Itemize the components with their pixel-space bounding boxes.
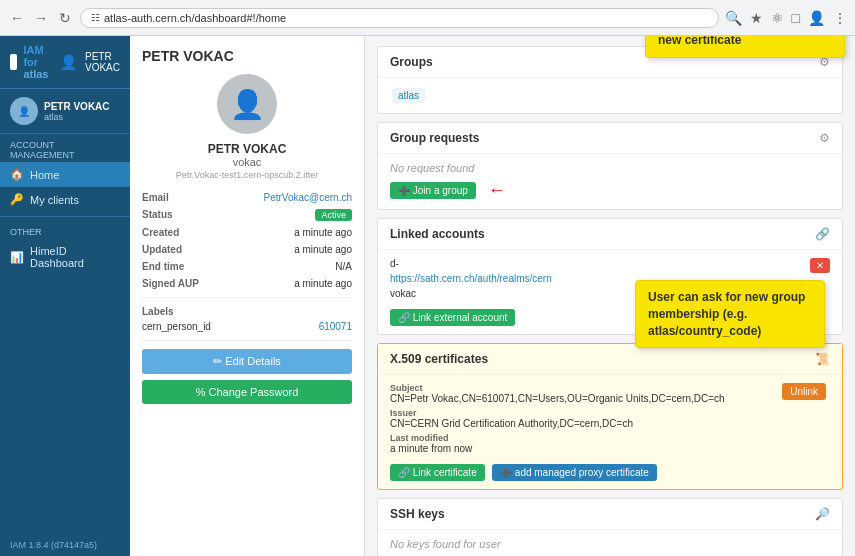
unlink-cert-button[interactable]: Unlink <box>782 383 826 400</box>
linked-accounts-header: Linked accounts 🔗 <box>378 219 842 250</box>
cert-details: Subject CN=Petr Vokac,CN=610071,CN=Users… <box>390 383 782 458</box>
cert-modified: a minute from now <box>390 443 782 454</box>
browser-toolbar: 🔍 ★ ⚛ □ 👤 ⋮ <box>725 10 847 26</box>
ssh-keys-card: SSH keys 🔎 No keys found for user ➕ add … <box>377 498 843 556</box>
field-created: Created a minute ago <box>142 227 352 238</box>
account-id: d- <box>390 258 552 269</box>
content-main: PETR VOKAC 👤 PETR VOKAC vokac Petr.Vokac… <box>130 36 855 556</box>
sidebar-section-account: Account management <box>0 134 130 162</box>
back-button[interactable]: ← <box>8 9 26 27</box>
ssh-keys-body: No keys found for user ➕ add ssh key <box>378 530 842 556</box>
cert-icon[interactable]: 📜 <box>815 352 830 366</box>
unlink-account-button[interactable]: ✕ <box>810 258 830 273</box>
status-badge: Active <box>315 209 352 221</box>
profile-icon[interactable]: 👤 <box>808 10 825 26</box>
reload-button[interactable]: ↻ <box>56 9 74 27</box>
profile-heading: PETR VOKAC <box>142 48 352 64</box>
search-icon[interactable]: 🔍 <box>725 10 742 26</box>
extensions-icon[interactable]: ⚛ <box>771 10 784 26</box>
profile-divider <box>142 297 352 298</box>
profile-username: vokac <box>142 156 352 168</box>
add-managed-cert-button[interactable]: ➕ add managed proxy certificate <box>492 464 657 481</box>
bookmark-icon[interactable]: ★ <box>750 10 763 26</box>
ssh-keys-header: SSH keys 🔎 <box>378 499 842 530</box>
join-group-button[interactable]: ➕ Join a group <box>390 182 476 199</box>
no-keys-text: No keys found for user <box>390 538 830 550</box>
sidebar-version: IAM 1.8.4 (d74147a5) <box>0 534 130 556</box>
menu-icon[interactable]: ⋮ <box>833 10 847 26</box>
sidebar-title: IAM for atlas <box>23 44 54 80</box>
groups-title: Groups <box>390 55 433 69</box>
change-password-button[interactable]: % Change Password <box>142 380 352 404</box>
linked-accounts-icon[interactable]: 🔗 <box>815 227 830 241</box>
app-logo-icon <box>10 54 17 70</box>
labels-section: Labels cern_person_id 610071 <box>142 306 352 332</box>
link-cert-button[interactable]: 🔗 Link certificate <box>390 464 485 481</box>
certificates-header: X.509 certificates 📜 <box>378 344 842 375</box>
sidebar-username: PETR VOKAC <box>44 101 110 112</box>
profile-subtitle: Petr.Vokac-test1.cern-opscub.2.itter <box>142 170 352 180</box>
group-requests-header: Group requests ⚙ <box>378 123 842 154</box>
certificates-body: Subject CN=Petr Vokac,CN=610071,CN=Users… <box>378 375 842 489</box>
certificates-title: X.509 certificates <box>390 352 488 366</box>
atlas-tag: atlas <box>392 88 425 103</box>
dashboard-icon: 📊 <box>10 251 24 264</box>
content-wrapper: PETR VOKAC 👤 PETR VOKAC vokac Petr.Vokac… <box>130 36 855 556</box>
field-email: Email PetrVokac@cern.ch <box>142 192 352 203</box>
field-updated: Updated a minute ago <box>142 244 352 255</box>
join-group-row: ➕ Join a group ← <box>390 180 830 201</box>
link-external-button[interactable]: 🔗 Link external account <box>390 309 515 326</box>
sidebar-header: IAM for atlas 👤 PETR VOKAC <box>0 36 130 89</box>
cert-issuer: CN=CERN Grid Certification Authority,DC=… <box>390 418 782 429</box>
avatar-big: 👤 <box>217 74 277 134</box>
linked-accounts-title: Linked accounts <box>390 227 485 241</box>
sidebar-section-other: other <box>0 221 130 239</box>
red-arrow-indicator: ← <box>488 180 506 201</box>
cert-action-row: 🔗 Link certificate ➕ add managed proxy c… <box>390 464 830 481</box>
sidebar-item-clients[interactable]: 🔑 My clients <box>0 187 130 212</box>
cert-subject: CN=Petr Vokac,CN=610071,CN=Users,OU=Orga… <box>390 393 782 404</box>
sidebar-divider <box>0 216 130 217</box>
profile-divider-2 <box>142 340 352 341</box>
label-row-1: cern_person_id 610071 <box>142 321 352 332</box>
field-status: Status Active <box>142 209 352 221</box>
profile-display-name: PETR VOKAC <box>142 142 352 156</box>
home-icon: 🏠 <box>10 168 24 181</box>
group-requests-card: Group requests ⚙ No request found ➕ Join… <box>377 122 843 210</box>
edit-details-button[interactable]: ✏ Edit Details <box>142 349 352 374</box>
clients-icon: 🔑 <box>10 193 24 206</box>
callout-group-membership: User can ask for new group membership (e… <box>635 280 825 348</box>
address-bar[interactable]: ☷ atlas-auth.cern.ch/dashboard#!/home <box>80 8 719 28</box>
sidebar-org: atlas <box>44 112 110 122</box>
sidebar-item-himeid[interactable]: 📊 HimeID Dashboard <box>0 239 130 275</box>
sidebar-item-home[interactable]: 🏠 Home <box>0 162 130 187</box>
ssh-icon[interactable]: 🔎 <box>815 507 830 521</box>
app-wrapper: IAM for atlas 👤 PETR VOKAC 👤 PETR VOKAC … <box>0 36 855 556</box>
field-end-time: End time N/A <box>142 261 352 272</box>
group-requests-body: No request found ➕ Join a group ← <box>378 154 842 209</box>
account-name: vokac <box>390 288 552 299</box>
browser-chrome: ← → ↻ ☷ atlas-auth.cern.ch/dashboard#!/h… <box>0 0 855 36</box>
details-panel: Groups ⚙ atlas Group requests ⚙ <box>365 36 855 556</box>
account-url: https://sath.cern.ch/auth/realms/cern <box>390 273 552 284</box>
window-icon[interactable]: □ <box>792 10 800 26</box>
url-text: atlas-auth.cern.ch/dashboard#!/home <box>104 12 286 24</box>
ssh-keys-title: SSH keys <box>390 507 445 521</box>
group-requests-title: Group requests <box>390 131 479 145</box>
groups-body: atlas <box>378 78 842 113</box>
callout-cert-details: User details after new linking new certi… <box>645 36 845 58</box>
person-icon: 👤 <box>230 88 265 121</box>
profile-panel: PETR VOKAC 👤 PETR VOKAC vokac Petr.Vokac… <box>130 36 365 556</box>
profile-avatar-section: 👤 PETR VOKAC vokac Petr.Vokac-test1.cern… <box>142 74 352 180</box>
sidebar-user-area: 👤 PETR VOKAC atlas <box>0 89 130 134</box>
forward-button[interactable]: → <box>32 9 50 27</box>
field-signed-aup: Signed AUP a minute ago <box>142 278 352 289</box>
avatar: 👤 <box>10 97 38 125</box>
sidebar-user-icon: 👤 <box>60 54 77 70</box>
certificates-card: X.509 certificates 📜 Subject CN=Petr Vok… <box>377 343 843 490</box>
group-requests-icon[interactable]: ⚙ <box>819 131 830 145</box>
sidebar: IAM for atlas 👤 PETR VOKAC 👤 PETR VOKAC … <box>0 36 130 556</box>
no-request-text: No request found <box>390 162 830 174</box>
cert-row: Subject CN=Petr Vokac,CN=610071,CN=Users… <box>390 383 830 458</box>
